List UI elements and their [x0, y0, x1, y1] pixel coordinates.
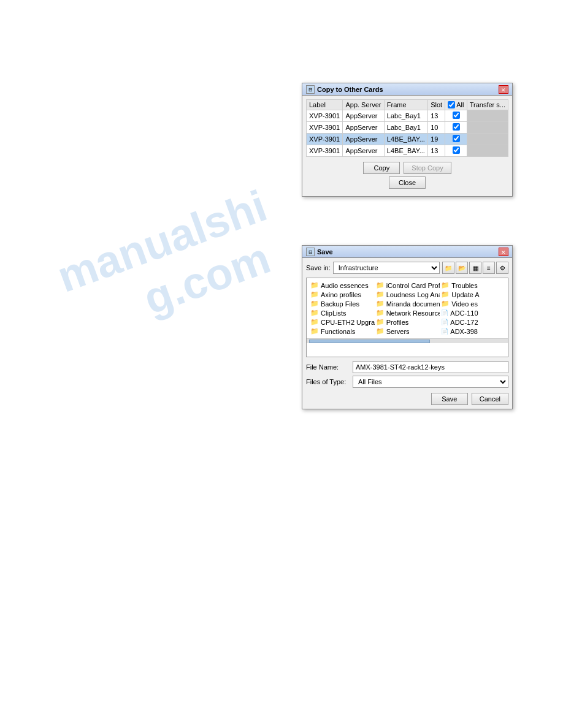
list-item[interactable]: 📁 Network Resources [375, 308, 440, 317]
table-row: XVP-3901 AppServer Labc_Bay1 13 [307, 110, 508, 122]
horizontal-scrollbar[interactable] [307, 338, 508, 343]
list-item[interactable]: 📁 Audio essences [309, 281, 375, 290]
save-dialog-body: Save in: Infrastructure 📁 📂 ▦ ≡ ⚙ 📁 Audi… [302, 258, 512, 409]
filetype-row: Files of Type: All Files [306, 376, 508, 388]
options-icon[interactable]: ⚙ [496, 262, 508, 274]
file-icon: 📄 [441, 319, 448, 325]
folder-icon: 📁 [310, 300, 319, 308]
copy-dialog-close-icon[interactable]: ✕ [499, 85, 508, 94]
save-dialog-icon: ⊟ [306, 248, 315, 256]
file-name: ADX-398 [450, 328, 478, 335]
cell-app-server: AppServer [343, 110, 384, 122]
cell-frame: L4BE_BAY... [384, 145, 427, 157]
cell-frame: L4BE_BAY... [384, 134, 427, 145]
close-button[interactable]: Close [389, 176, 426, 189]
cell-label: XVP-3901 [307, 145, 343, 157]
cell-slot: 13 [428, 145, 445, 157]
copy-actions: Copy Stop Copy [306, 157, 508, 176]
cell-frame: Labc_Bay1 [384, 110, 427, 122]
table-row: XVP-3901 AppServer L4BE_BAY... 19 [307, 134, 508, 145]
folder-name: Troubles [451, 282, 477, 289]
filename-input[interactable] [353, 361, 508, 373]
copy-table: Label App. Server Frame Slot All Transfe… [306, 99, 508, 157]
cell-slot: 19 [428, 134, 445, 145]
cell-check[interactable] [445, 122, 467, 134]
create-folder-icon[interactable]: 📂 [456, 262, 468, 274]
folder-icon: 📁 [376, 327, 385, 335]
all-checkbox[interactable] [448, 101, 455, 108]
folder-icon: 📁 [376, 290, 385, 298]
folder-icon: 📁 [376, 309, 385, 317]
cell-label: XVP-3901 [307, 122, 343, 134]
copy-to-other-cards-dialog: ⊟ Copy to Other Cards ✕ Label App. Serve… [302, 83, 513, 197]
col-slot: Slot [428, 100, 445, 110]
folder-name: ClipLists [321, 309, 347, 317]
copy-button[interactable]: Copy [363, 162, 400, 174]
detail-view-icon[interactable]: ≡ [483, 262, 495, 274]
folder-name: Loudness Log Analyzer Reports [386, 291, 440, 298]
list-item[interactable]: 📁 Axino profiles [309, 290, 375, 299]
list-item[interactable]: 📄 ADX-398 [440, 327, 505, 336]
list-item[interactable]: 📁 Backup Files [309, 299, 375, 308]
cell-app-server: AppServer [343, 145, 384, 157]
list-item[interactable]: 📁 Troubles [440, 281, 505, 290]
list-item[interactable]: 📄 ADC-172 [440, 317, 505, 327]
row-checkbox-4[interactable] [453, 146, 460, 154]
save-dialog-title: Save [317, 248, 333, 256]
folder-name: Video es [451, 300, 478, 308]
col-app-server: App. Server [343, 100, 384, 110]
row-checkbox-2[interactable] [453, 123, 460, 131]
save-dialog-close-icon[interactable]: ✕ [499, 248, 508, 256]
copy-dialog-titlebar: ⊟ Copy to Other Cards ✕ [302, 83, 512, 96]
save-in-row: Save in: Infrastructure 📁 📂 ▦ ≡ ⚙ [306, 262, 508, 274]
folder-up-icon[interactable]: 📁 [442, 262, 454, 274]
list-item[interactable]: 📁 ClipLists [309, 308, 375, 317]
close-row: Close [306, 176, 508, 192]
file-name: ADC-110 [450, 309, 478, 317]
list-item[interactable]: 📁 Update A [440, 290, 505, 299]
cell-transfer [467, 134, 508, 145]
file-icon: 📄 [441, 309, 448, 316]
list-item[interactable]: 📁 Miranda documentation [375, 299, 440, 308]
dialog-icon: ⊟ [306, 85, 315, 94]
list-item[interactable]: 📁 CPU-ETH2 Upgrade files [309, 317, 375, 327]
filename-row: File Name: [306, 361, 508, 373]
save-in-select[interactable]: Infrastructure [333, 262, 440, 274]
list-item[interactable]: 📁 Loudness Log Analyzer Reports [375, 290, 440, 299]
save-dialog-titlebar: ⊟ Save ✕ [302, 246, 512, 258]
list-item[interactable]: 📁 Servers [375, 327, 440, 336]
folder-name: iControl Card Profiles [386, 282, 440, 289]
list-item[interactable]: 📁 iControl Card Profiles [375, 281, 440, 290]
row-checkbox-3[interactable] [453, 135, 460, 142]
list-item[interactable]: 📄 ADC-110 [440, 308, 505, 317]
folder-name: CPU-ETH2 Upgrade files [321, 319, 375, 326]
file-grid: 📁 Audio essences 📁 iControl Card Profile… [307, 278, 508, 338]
file-browser: 📁 Audio essences 📁 iControl Card Profile… [306, 278, 508, 357]
save-button[interactable]: Save [431, 393, 468, 405]
col-label: Label [307, 100, 343, 110]
filetype-select[interactable]: All Files [353, 376, 508, 388]
cell-transfer [467, 110, 508, 122]
list-item[interactable]: 📁 Functionals [309, 327, 375, 336]
cell-slot: 13 [428, 110, 445, 122]
cell-check[interactable] [445, 145, 467, 157]
save-titlebar-left: ⊟ Save [306, 248, 333, 256]
folder-icon: 📁 [310, 290, 319, 298]
titlebar-left: ⊟ Copy to Other Cards [306, 85, 383, 94]
list-item[interactable]: 📁 Video es [440, 299, 505, 308]
folder-icon: 📁 [441, 281, 450, 289]
cell-check[interactable] [445, 134, 467, 145]
stop-copy-button[interactable]: Stop Copy [404, 162, 451, 174]
folder-icon: 📁 [441, 300, 450, 308]
scrollbar-thumb [309, 339, 430, 343]
folder-icon: 📁 [310, 327, 319, 335]
file-name: ADC-172 [450, 319, 478, 326]
row-checkbox-1[interactable] [453, 112, 460, 119]
cell-check[interactable] [445, 110, 467, 122]
cancel-button[interactable]: Cancel [472, 393, 508, 405]
folder-icon: 📁 [376, 281, 385, 289]
list-item[interactable]: 📁 Profiles [375, 317, 440, 327]
list-view-icon[interactable]: ▦ [469, 262, 481, 274]
folder-name: Axino profiles [321, 291, 361, 298]
cell-label: XVP-3901 [307, 134, 343, 145]
